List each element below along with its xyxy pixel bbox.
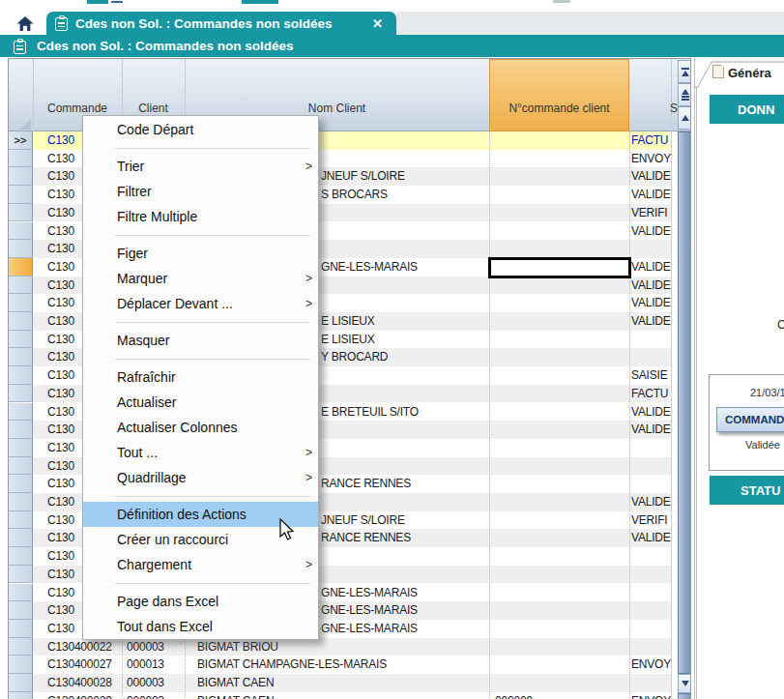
cell-commande[interactable]: C130 [47, 366, 74, 385]
cell-statut[interactable]: VALIDE [631, 222, 672, 241]
cell-nom-client[interactable]: S BROCARS [321, 186, 388, 204]
row-selector[interactable] [9, 457, 33, 476]
cell-commande[interactable]: C130400028 [47, 674, 112, 692]
cell-statut[interactable]: ENVOY [631, 692, 672, 699]
cell-commande[interactable]: C130 [47, 529, 74, 547]
cell-commande[interactable]: C130400029 [47, 692, 112, 699]
cell-client[interactable]: 000013 [127, 655, 164, 674]
cell-client[interactable]: 000003 [127, 692, 164, 699]
cell-commande[interactable]: C130 [47, 547, 74, 566]
cell-statut[interactable]: VALIDE [631, 294, 672, 312]
row-selector[interactable] [9, 511, 33, 530]
cell-commande[interactable]: C130 [47, 204, 74, 222]
menu-item[interactable]: Code Départ [83, 117, 318, 142]
cell-nom-client[interactable]: JNEUF S/LOIRE [321, 511, 405, 530]
home-tab[interactable] [8, 12, 43, 35]
row-selector[interactable] [9, 620, 33, 638]
cell-statut[interactable]: VALIDE [631, 258, 672, 277]
cell-commande[interactable]: C130 [47, 312, 74, 331]
menu-item[interactable]: Actualiser [83, 390, 318, 415]
row-selector[interactable] [9, 403, 33, 422]
cell-commande[interactable]: C130 [47, 620, 74, 638]
cell-nom-client[interactable]: GNE-LES-MARAIS [321, 601, 418, 620]
cell-nom-client[interactable]: E LISIEUX [321, 312, 375, 331]
row-selector[interactable] [9, 204, 33, 222]
menu-item[interactable]: Tout ...> [83, 440, 318, 465]
scroll-to-top-button[interactable] [678, 60, 691, 83]
cell-commande[interactable]: C130 [47, 601, 74, 620]
column-header-ncommande[interactable] [489, 59, 629, 131]
menu-item[interactable]: Déplacer Devant ...> [83, 291, 318, 316]
cell-nom-client[interactable]: GNE-LES-MARAIS [321, 258, 418, 277]
row-selector[interactable] [9, 186, 33, 204]
select-all-triangle[interactable] [20, 119, 31, 130]
cell-commande[interactable]: C130 [47, 584, 74, 602]
cell-statut[interactable]: VERIFI [631, 511, 672, 530]
menu-item[interactable]: Tout dans Excel [83, 614, 318, 639]
cell-commande[interactable]: C130 [47, 457, 74, 476]
cell-commande[interactable]: C130 [47, 186, 74, 204]
row-selector[interactable] [9, 547, 33, 566]
row-selector[interactable] [9, 566, 33, 584]
cell-statut[interactable]: VALIDE [631, 493, 672, 511]
cell-commande[interactable]: C130 [47, 493, 74, 511]
row-selector[interactable] [9, 277, 33, 295]
row-selector[interactable] [9, 331, 33, 349]
row-selector[interactable] [9, 439, 33, 457]
row-selector[interactable] [9, 692, 33, 699]
row-selector[interactable] [9, 240, 33, 258]
row-selector[interactable] [9, 655, 33, 674]
cell-statut[interactable]: VALIDE [631, 312, 672, 331]
row-selector[interactable] [9, 638, 33, 656]
cell-statut[interactable]: VALIDE [631, 277, 672, 295]
cell-commande[interactable]: C130 [47, 475, 74, 493]
row-selector[interactable] [9, 222, 33, 241]
cell-nom-client[interactable]: RANCE RENNES [321, 475, 411, 493]
cell-nom-client[interactable]: GNE-LES-MARAIS [321, 584, 418, 602]
cell-commande[interactable]: C130 [47, 277, 74, 295]
cell-commande[interactable]: C130400022 [47, 638, 112, 656]
cell-commande[interactable]: C130 [47, 385, 74, 403]
cell-commande[interactable]: C130400027 [47, 655, 112, 674]
row-selector[interactable] [9, 348, 33, 366]
cell-commande[interactable]: C130 [47, 240, 74, 258]
cell-commande[interactable]: C130 [47, 258, 74, 277]
cell-statut[interactable]: VALIDE [631, 529, 672, 547]
row-selector[interactable] [9, 475, 33, 493]
commande-node[interactable]: COMMANDE [716, 407, 784, 432]
cell-nom-client[interactable]: Y BROCARD [321, 348, 388, 366]
tab-close-icon[interactable]: ✕ [372, 16, 383, 31]
row-selector[interactable] [9, 529, 33, 547]
column-header-nom-client[interactable]: Nom Client [185, 102, 489, 115]
cell-commande[interactable]: C130 [47, 150, 74, 168]
row-selector[interactable]: >> [9, 131, 33, 150]
cell-nom-client[interactable]: GNE-LES-MARAIS [321, 620, 418, 638]
cell-statut[interactable]: VALIDE [631, 421, 672, 439]
cell-ncommande-client[interactable]: 000000 [495, 692, 533, 699]
cell-nom-client[interactable]: E BRETEUIL S/ITO [321, 403, 419, 422]
cell-nom-client[interactable]: RANCE RENNES [321, 529, 411, 547]
cell-commande[interactable]: C130 [47, 167, 74, 186]
menu-item[interactable]: Quadrillage> [83, 465, 318, 490]
row-selector[interactable] [9, 312, 33, 331]
tab-commandes[interactable]: Cdes non Sol. : Commandes non soldées ✕ [46, 12, 396, 35]
menu-item[interactable]: Masquer [83, 328, 318, 353]
cell-statut[interactable]: FACTU [631, 131, 672, 150]
cell-commande[interactable]: C130 [47, 331, 74, 349]
cell-commande[interactable]: C130 [47, 348, 74, 366]
menu-item[interactable]: Marquer> [83, 266, 318, 291]
menu-item[interactable]: Page dans Excel [83, 589, 318, 614]
menu-item[interactable]: Actualiser Colonnes [83, 415, 318, 440]
row-selector[interactable] [9, 601, 33, 620]
cell-nom-client[interactable]: E LISIEUX [321, 331, 375, 349]
column-header-client[interactable]: Client [122, 102, 185, 115]
menu-item[interactable]: Rafraîchir [83, 364, 318, 390]
row-selector[interactable] [9, 167, 33, 186]
row-selector[interactable] [9, 493, 33, 511]
cell-nom-client[interactable]: BIGMAT BRIOU [197, 638, 278, 656]
row-selector[interactable] [9, 385, 33, 403]
menu-item[interactable]: Filtrer [83, 179, 318, 204]
cell-statut[interactable]: VALIDE [631, 403, 672, 422]
vertical-scrollbar-thumb[interactable] [678, 131, 691, 674]
cell-commande[interactable]: C130 [47, 511, 74, 530]
